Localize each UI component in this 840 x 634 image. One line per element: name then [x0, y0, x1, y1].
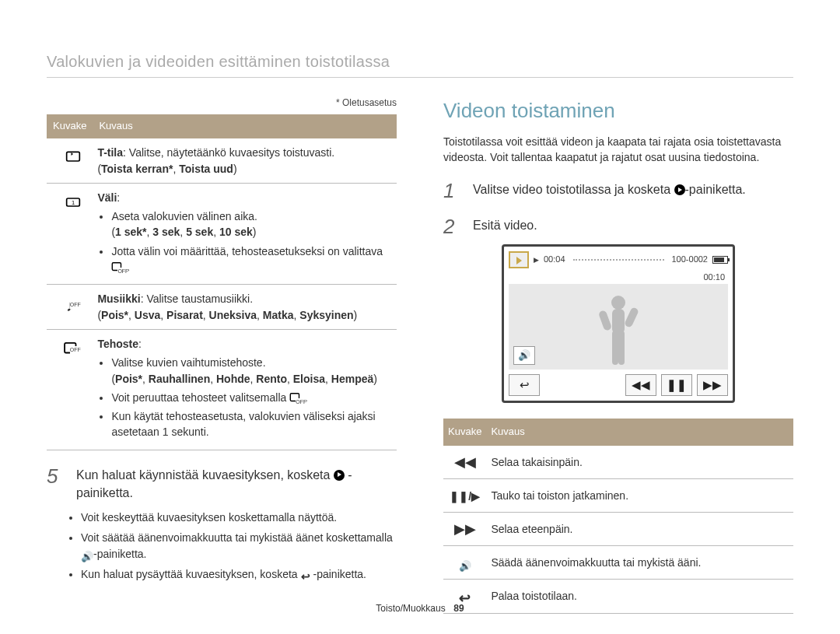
step-5-sub: Voit keskeyttää kuvaesityksen koskettama…: [47, 510, 397, 582]
step-1-text: Valitse video toistotilassa ja kosketa -…: [473, 180, 746, 201]
left-column: * Oletusasetus Kuvake Kuvaus T-tila: Val…: [47, 96, 397, 614]
volume-desc: Säädä äänenvoimakkuutta tai mykistä ääni…: [486, 546, 793, 580]
video-volume-overlay[interactable]: 🔊: [513, 346, 535, 365]
interval-desc: Väli: Aseta valokuvien välinen aika. (1 …: [93, 183, 397, 284]
video-thumbnail-icon: [509, 251, 529, 268]
volume-icon: [459, 555, 471, 567]
svg-rect-11: [618, 331, 625, 365]
video-forward-button[interactable]: ▶▶: [697, 374, 728, 396]
controls-head-icon: Kuvake: [443, 419, 486, 446]
video-file-number: 100-0002: [672, 254, 709, 266]
video-silhouette: [595, 292, 642, 370]
controls-head-desc: Kuvaus: [486, 419, 793, 446]
forward-desc: Selaa eteenpäin.: [486, 513, 793, 546]
default-setting-note: * Oletusasetus: [47, 96, 397, 110]
effect-off-inline-icon-2: OFF: [289, 392, 302, 405]
video-rewind-button[interactable]: ◀◀: [625, 374, 656, 396]
section-intro: Toistotilassa voit esittää videon ja kaa…: [443, 134, 793, 166]
svg-text:1: 1: [72, 199, 75, 206]
step-5-number: 5: [47, 466, 68, 502]
rewind-desc: Selaa takaisinpäin.: [486, 446, 793, 479]
video-elapsed: 00:04: [544, 254, 565, 266]
step-1-number: 1: [443, 180, 465, 201]
svg-point-6: [611, 296, 625, 310]
tmode-desc: T-tila: Valitse, näytetäänkö kuvaesitys …: [93, 138, 397, 183]
return-icon: [301, 569, 313, 581]
video-pause-button[interactable]: ❚❚: [661, 374, 692, 396]
effect-off-inline-icon: OFF: [111, 261, 124, 274]
video-player-mock: ▶ 00:04 100-0002 00:10 🔊 ↩: [502, 244, 735, 403]
repeat-icon: [64, 149, 76, 161]
step-2-number: 2: [443, 216, 465, 236]
section-title: Videon toistaminen: [443, 96, 793, 126]
effect-off-icon: OFF: [64, 340, 76, 352]
svg-rect-7: [612, 309, 625, 334]
music-off-icon: ♪OFF: [64, 295, 76, 307]
controls-table: Kuvake Kuvaus ◀◀ Selaa takaisinpäin. ❚❚/…: [443, 419, 793, 613]
page-footer: Toisto/Muokkaus 89: [0, 603, 840, 614]
battery-icon: [712, 256, 728, 264]
options-table: Kuvake Kuvaus T-tila: Valitse, näytetään…: [47, 114, 397, 450]
forward-icon: ▶▶: [454, 521, 476, 537]
effect-desc: Tehoste: Valitse kuvien vaihtumistehoste…: [93, 329, 397, 450]
speaker-icon: [81, 548, 93, 561]
return-icon-row: [459, 588, 471, 601]
pauseplay-desc: Tauko tai toiston jatkaminen.: [486, 479, 793, 513]
play-icon: [674, 184, 685, 195]
options-head-icon: Kuvake: [47, 114, 93, 138]
svg-rect-8: [598, 310, 612, 331]
options-head-desc: Kuvaus: [93, 114, 397, 138]
step-2-text: Esitä video.: [473, 216, 537, 236]
step-1: 1 Valitse video toistotilassa ja kosketa…: [443, 180, 793, 201]
step-5: 5 Kun haluat käynnistää kuvaesityksen, k…: [47, 466, 397, 502]
step-2: 2 Esitä video.: [443, 216, 793, 236]
video-back-button[interactable]: ↩: [509, 374, 540, 396]
rewind-icon: ◀◀: [454, 454, 476, 470]
right-column: Videon toistaminen Toistotilassa voit es…: [443, 96, 793, 614]
svg-rect-9: [624, 306, 639, 328]
video-total-time: 00:10: [509, 271, 728, 284]
play-icon: [334, 470, 345, 481]
music-desc: Musiikki: Valitse taustamusiikki. (Pois*…: [93, 285, 397, 330]
page-title: Valokuvien ja videoiden esittäminen tois…: [47, 53, 793, 78]
pause-play-icon: ❚❚/▶: [450, 489, 480, 504]
svg-rect-10: [612, 331, 618, 365]
step-5-text: Kun haluat käynnistää kuvaesityksen, kos…: [76, 466, 397, 502]
svg-rect-0: [66, 152, 79, 162]
interval-icon: 1: [64, 194, 76, 206]
